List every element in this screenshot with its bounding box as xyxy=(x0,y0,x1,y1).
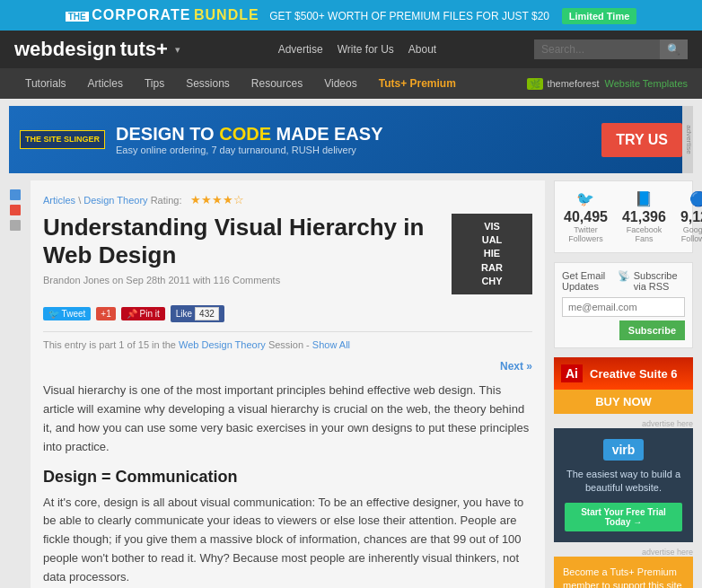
site-slinger-logo: THE SITE SLINGER xyxy=(20,130,105,150)
advertise-here-1: advertise here xyxy=(554,419,693,428)
header-search: 🔍 xyxy=(534,39,688,59)
facebook-label: Facebook Fans xyxy=(622,225,666,243)
facebook-stat: 📘 41,396 Facebook Fans xyxy=(622,190,666,243)
email-subscribe: Get Email Updates 📡 Subscribe via RSS Su… xyxy=(554,262,693,348)
premium-ad[interactable]: Become a Tuts+ Premium member to support… xyxy=(554,557,693,588)
adobe-icon: Ai xyxy=(561,364,583,382)
banner-corporate: CORPORATE xyxy=(92,7,190,22)
logo-area: webdesign tuts+ ▾ xyxy=(14,38,180,61)
nav-resources[interactable]: Resources xyxy=(241,68,313,99)
next-article-link[interactable]: Next » xyxy=(500,360,532,373)
header-nav: Advertise Write for Us About xyxy=(278,43,437,56)
google-label: Google+ Followers xyxy=(680,225,702,243)
nav-write[interactable]: Write for Us xyxy=(338,43,394,56)
banner-desc: GET $500+ WORTH OF PREMIUM FILES FOR JUS… xyxy=(269,10,549,22)
share-icon-2[interactable] xyxy=(10,205,21,215)
hero-text: VIS UAL HIE RAR CHY xyxy=(481,220,503,289)
article-body-1: At it's core, design is all about visual… xyxy=(43,494,532,587)
ad-banner[interactable]: THE SITE SLINGER DESIGN TO CODE MADE EAS… xyxy=(9,106,693,173)
inner-content: Articles \ Design Theory Rating: ★★★★☆ U… xyxy=(0,180,702,588)
logo-arrow[interactable]: ▾ xyxy=(175,44,180,56)
breadcrumb-design-theory[interactable]: Design Theory xyxy=(83,195,147,206)
stats-row: 🐦 40,495 Twitter Followers 📘 41,396 Face… xyxy=(564,190,683,243)
logo-tuts: tuts+ xyxy=(120,38,168,61)
nav-bar: Tutorials Articles Tips Sessions Resourc… xyxy=(0,68,702,99)
gplus-button[interactable]: +1 xyxy=(96,307,115,320)
article-body: Visual hierarchy is one of the most impo… xyxy=(43,382,532,588)
nav-tutorials[interactable]: Tutorials xyxy=(14,68,77,99)
virb-trial-button[interactable]: Start Your Free Trial Today → xyxy=(565,503,682,531)
cs6-ad[interactable]: Ai Creative Suite 6 BUY NOW xyxy=(554,357,693,414)
google-icon: 🔵 xyxy=(680,190,702,207)
next-link: Next » xyxy=(43,359,532,373)
banner-the: THE xyxy=(66,12,89,22)
facebook-icon: 📘 xyxy=(622,190,666,207)
ad-text: DESIGN TO CODE MADE EASY Easy online ord… xyxy=(116,124,382,155)
subscribe-button[interactable]: Subscribe xyxy=(619,320,685,340)
series-link[interactable]: Web Design Theory xyxy=(179,339,266,350)
email-updates-label: Get Email Updates xyxy=(562,270,614,292)
nav-tips[interactable]: Tips xyxy=(134,68,175,99)
nav-right: 🌿 themeforest Website Templates xyxy=(527,78,688,90)
nav-about[interactable]: About xyxy=(408,43,436,56)
share-icon-3[interactable] xyxy=(10,220,21,231)
sidebar-section: 🐦 40,495 Twitter Followers 📘 41,396 Face… xyxy=(554,180,693,588)
article-header: Understanding Visual Hierarchy in Web De… xyxy=(43,214,532,294)
cs6-ad-top: Ai Creative Suite 6 xyxy=(554,357,693,390)
breadcrumb-articles[interactable]: Articles xyxy=(43,195,75,206)
rss-icon: 📡 xyxy=(618,270,630,292)
advertise-side: advertise xyxy=(682,106,693,173)
social-buttons: 🐦 Tweet +1 📌 Pin it Like 432 xyxy=(43,305,532,322)
show-all-link[interactable]: Show All xyxy=(312,339,350,350)
facebook-count: 41,396 xyxy=(622,209,666,225)
nav-links: Tutorials Articles Tips Sessions Resourc… xyxy=(14,68,467,99)
cs6-title-area: Creative Suite 6 xyxy=(590,367,678,381)
search-button[interactable]: 🔍 xyxy=(660,39,688,59)
banner-limited-time[interactable]: Limited Time xyxy=(562,8,637,24)
nav-premium[interactable]: Tuts+ Premium xyxy=(368,68,467,99)
article-section: Articles \ Design Theory Rating: ★★★★☆ U… xyxy=(31,180,545,588)
search-input[interactable] xyxy=(534,39,660,59)
subscribe-options: Get Email Updates 📡 Subscribe via RSS xyxy=(562,270,685,292)
virb-ad[interactable]: virb The easiest way to build a beautifu… xyxy=(554,428,693,542)
hero-image: VIS UAL HIE RAR CHY xyxy=(452,214,532,294)
share-icon-1[interactable] xyxy=(10,189,21,200)
twitter-icon: 🐦 xyxy=(564,190,608,207)
page-wrapper: THE CORPORATE BUNDLE GET $500+ WORTH OF … xyxy=(0,0,702,588)
tweet-button[interactable]: 🐦 Tweet xyxy=(43,307,91,320)
themeforest-name: themeforest xyxy=(547,78,599,89)
rss-label: Subscribe via RSS xyxy=(634,270,685,292)
themeforest-icon: 🌿 xyxy=(527,78,543,90)
nav-advertise[interactable]: Advertise xyxy=(278,43,323,56)
cs6-title: Creative Suite 6 xyxy=(590,367,678,381)
site-header: webdesign tuts+ ▾ Advertise Write for Us… xyxy=(0,31,702,68)
rating-label: Rating: xyxy=(151,195,182,206)
article-section-title: Design = Communication xyxy=(43,468,532,487)
ad-subtitle: Easy online ordering, 7 day turnaround, … xyxy=(116,145,382,155)
premium-text: Become a Tuts+ Premium member to support… xyxy=(563,566,682,588)
website-templates-link[interactable]: Website Templates xyxy=(604,78,688,89)
banner-bundle: BUNDLE xyxy=(194,7,259,22)
google-stat: 🔵 9,122 Google+ Followers xyxy=(680,190,702,243)
email-input[interactable] xyxy=(562,297,685,317)
pin-button[interactable]: 📌 Pin it xyxy=(121,307,165,320)
like-button[interactable]: Like 432 xyxy=(171,305,224,322)
twitter-label: Twitter Followers xyxy=(564,225,608,243)
virb-logo: virb xyxy=(603,439,645,461)
article-intro: Visual hierarchy is one of the most impo… xyxy=(43,382,532,456)
top-banner: THE CORPORATE BUNDLE GET $500+ WORTH OF … xyxy=(0,0,702,31)
cs6-buy-button[interactable]: BUY NOW xyxy=(554,390,693,414)
logo-webdesign: webdesign xyxy=(14,38,117,61)
ad-banner-container: THE SITE SLINGER DESIGN TO CODE MADE EAS… xyxy=(0,99,702,173)
try-us-button[interactable]: TRY US xyxy=(601,123,682,157)
nav-videos[interactable]: Videos xyxy=(313,68,367,99)
virb-text: The easiest way to build a beautiful web… xyxy=(565,468,682,496)
nav-articles[interactable]: Articles xyxy=(77,68,134,99)
nav-sessions[interactable]: Sessions xyxy=(175,68,241,99)
left-rail xyxy=(9,180,22,588)
article-title: Understanding Visual Hierarchy in Web De… xyxy=(43,214,441,269)
advertise-here-2: advertise here xyxy=(554,548,693,557)
like-count: 432 xyxy=(195,307,219,320)
star-rating: ★★★★☆ xyxy=(190,193,244,206)
main-and-sidebar: Articles \ Design Theory Rating: ★★★★☆ U… xyxy=(31,180,693,588)
